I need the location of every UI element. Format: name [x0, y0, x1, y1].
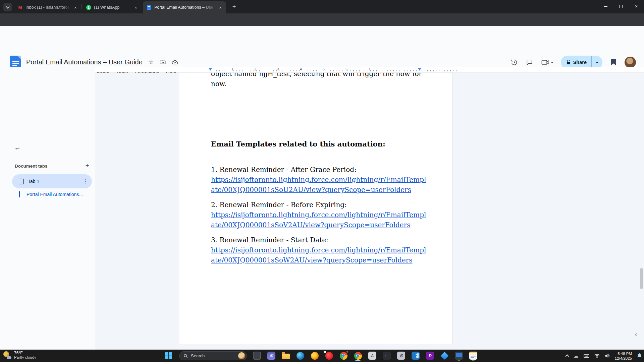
close-tab-icon[interactable]: × [217, 4, 223, 10]
tab-title: Portal Email Automations – Use [154, 5, 215, 10]
chevron-down-icon [596, 62, 598, 63]
document-title[interactable]: Portal Email Automations – User Guide [26, 58, 143, 66]
email-template-link[interactable]: https://isijoftoronto.lightning.force.co… [211, 245, 422, 255]
mail-app-icon[interactable]: ✉ [267, 351, 276, 360]
tab-gmail[interactable]: M Inbox (1) - ishann.tforce@gmai × [14, 2, 81, 13]
email-template-link[interactable]: ate/00XJQ000001sSoV2AU/view?queryScope=u… [211, 220, 422, 230]
window-close-button[interactable]: × [629, 0, 644, 13]
terminal-icon[interactable]: ›_ [382, 351, 391, 360]
paragraph-clipped: object named hjjH_test, selecting that w… [211, 73, 422, 79]
search-placeholder: Search [191, 353, 235, 358]
window-maximize-button[interactable] [613, 0, 629, 13]
browser-tab-strip: M Inbox (1) - ishann.tforce@gmai × 1 (1)… [0, 0, 644, 13]
start-button[interactable] [165, 352, 172, 359]
screen: M Inbox (1) - ishann.tforce@gmai × 1 (1)… [0, 0, 644, 362]
ruler-number: 5 [322, 67, 326, 71]
left-indent-marker[interactable] [209, 68, 212, 71]
list-item-label: 2. Renewal Reminder - Before Expiring: [211, 200, 422, 210]
chevron-down-icon [6, 5, 9, 8]
docs-header: Portal Email Automations – User Guide ☆ … [0, 26, 644, 67]
chevron-up-icon [565, 354, 569, 358]
tray-overflow-button[interactable] [566, 354, 569, 358]
notepad-icon[interactable] [469, 351, 478, 360]
planner-icon[interactable]: P [426, 351, 434, 360]
ruler-number: 1 [230, 67, 234, 71]
version-history-button[interactable] [510, 58, 519, 67]
search-icon [183, 354, 188, 358]
document-tab-icon [19, 179, 24, 184]
tab-whatsapp[interactable]: 1 (1) WhatsApp × [83, 2, 142, 13]
weather-temp: 76°F [14, 351, 36, 355]
tab-divider [82, 4, 82, 9]
firefox-icon[interactable] [310, 351, 319, 360]
video-call-button[interactable] [541, 58, 554, 67]
ruler-number: 6 [344, 67, 348, 71]
close-sidebar-button[interactable]: ← [13, 143, 22, 152]
opera-icon[interactable] [325, 351, 333, 360]
maximize-icon [619, 5, 623, 8]
notification-bell-icon[interactable] [637, 353, 642, 358]
docs-profile-avatar[interactable] [625, 57, 636, 68]
remote-display-icon[interactable] [454, 351, 463, 360]
anydesk-icon[interactable]: A [368, 351, 377, 360]
scrollbar-thumb[interactable] [640, 268, 643, 289]
paragraph: now. [211, 79, 422, 89]
google-docs-icon [146, 5, 152, 10]
tab-label: Tab 1 [28, 179, 79, 184]
outline-active-bar [19, 191, 20, 197]
chrome-secondary-icon[interactable] [339, 351, 348, 360]
close-tab-icon[interactable]: × [72, 4, 78, 10]
onedrive-cloud-icon[interactable]: ☁ [574, 353, 579, 359]
partly-cloudy-night-icon [3, 351, 11, 360]
outline-entry[interactable]: Portal Email Automations... [19, 191, 83, 197]
bookmark-flag-icon[interactable] [609, 58, 618, 67]
sidebar-tab-1[interactable]: Tab 1 ⋮ [12, 174, 92, 188]
window-minimize-button[interactable] [598, 0, 613, 13]
file-explorer-icon[interactable] [281, 351, 290, 360]
add-tab-button[interactable]: + [83, 161, 92, 170]
taskbar-search[interactable]: Search [179, 351, 247, 360]
browser-toolbar: ← → docs.google.com/document/d/1jpc3R6Cm… [0, 13, 644, 26]
tab-title: (1) WhatsApp [94, 5, 130, 10]
volume-icon[interactable] [605, 354, 610, 358]
new-tab-button[interactable]: + [230, 3, 238, 11]
monitor-app-icon[interactable] [253, 351, 261, 360]
weather-widget[interactable]: 76°F Partly cloudy [3, 351, 36, 360]
search-highlight-moon-icon [238, 352, 245, 359]
horizontal-ruler[interactable]: 1 2 3 4 5 6 7 [95, 67, 644, 72]
email-template-link[interactable]: https://isijoftoronto.lightning.force.co… [211, 210, 422, 220]
taskbar-clock[interactable]: 5:48 PM 12/4/2025 [615, 351, 632, 361]
move-to-folder-icon[interactable] [160, 59, 166, 65]
touch-keyboard-icon[interactable] [584, 354, 589, 358]
email-template-link[interactable]: ate/00XJQ000001sSoU2AU/view?queryScope=u… [211, 185, 422, 195]
document-status-cloud-icon[interactable] [172, 60, 178, 65]
gem-app-icon[interactable] [440, 351, 449, 360]
ruler-number: 2 [253, 67, 257, 71]
document-tabs-header: Document tabs [15, 164, 48, 169]
tab-options-button[interactable]: ⋮ [83, 178, 88, 184]
tab-google-docs-active[interactable]: Portal Email Automations – Use × [143, 1, 226, 13]
comments-button[interactable] [525, 58, 534, 67]
weather-condition: Partly cloudy [14, 355, 36, 360]
settings-gear-icon[interactable]: ⚙ [397, 351, 406, 360]
tab-search-button[interactable] [3, 3, 12, 11]
ruler-number: 4 [299, 67, 303, 71]
email-template-link[interactable]: ate/00XJQ000001sSoW2AU/view?queryScope=u… [211, 255, 422, 265]
edge-icon[interactable] [296, 351, 305, 360]
outline-heading-link[interactable]: Portal Email Automations... [26, 192, 83, 197]
tab-title: Inbox (1) - ishann.tforce@gmai [25, 5, 70, 10]
star-document-icon[interactable]: ☆ [149, 59, 154, 65]
clock-date: 12/4/2025 [615, 356, 632, 361]
ruler-number: 3 [276, 67, 280, 71]
wifi-icon[interactable] [594, 354, 600, 358]
right-indent-marker[interactable] [418, 68, 421, 71]
vscode-icon[interactable] [411, 351, 420, 360]
chevron-left-icon[interactable]: ‹ [635, 330, 637, 338]
system-tray: ☁ 5:48 PM 12/4/2025 [566, 350, 642, 362]
clock-time: 5:48 PM [615, 351, 632, 356]
email-template-link[interactable]: https://isijoftoronto.lightning.force.co… [211, 175, 422, 185]
chrome-active-icon[interactable] [354, 351, 362, 360]
list-item-label: 1. Renewal Reminder - After Grace Period… [211, 165, 422, 175]
close-tab-icon[interactable]: × [133, 4, 139, 10]
document-page[interactable]: object named hjjH_test, selecting that w… [179, 73, 452, 344]
